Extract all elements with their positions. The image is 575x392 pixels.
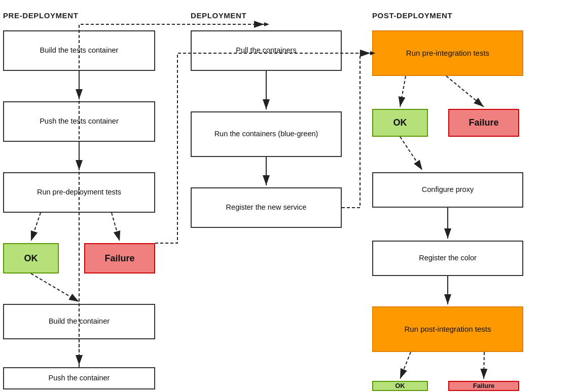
run-pre-integration-box: Run pre-integration tests [372, 30, 523, 76]
failure-pre-box: Failure [84, 243, 155, 273]
deployment-title: DEPLOYMENT [191, 11, 246, 20]
arrow-push-to-pull-head [264, 22, 269, 26]
configure-proxy-box: Configure proxy [372, 172, 523, 208]
arrow-post-int-to-ok2 [400, 352, 411, 379]
failure-post1-box: Failure [448, 109, 519, 137]
failure-post2-box: Failure [448, 381, 519, 391]
pre-deployment-title: PRE-DEPLOYMENT [3, 11, 78, 20]
arrow-pre-int-to-fail1 [446, 76, 484, 107]
run-post-integration-box: Run post-integration tests [372, 306, 523, 352]
register-color-box: Register the color [372, 241, 523, 276]
register-service-box: Register the new service [191, 187, 342, 228]
diagram: PRE-DEPLOYMENT DEPLOYMENT POST-DEPLOYMEN… [0, 0, 575, 392]
push-container-box: Push the container [3, 367, 155, 389]
arrow-register-to-preintegration [342, 53, 370, 208]
arrow-post-int-to-fail2 [484, 352, 484, 379]
push-tests-box: Push the tests container [3, 101, 155, 142]
arrow-run-pre-to-failure [112, 213, 120, 241]
run-containers-box: Run the containers (blue-green) [191, 111, 342, 157]
arrow-ok1-to-configure [400, 137, 422, 170]
build-container-box: Build the container [3, 304, 155, 339]
post-deployment-title: POST-DEPLOYMENT [372, 11, 452, 20]
arrow-ok-pre-to-build [31, 273, 79, 302]
pull-containers-box: Pull the containers [191, 30, 342, 71]
build-tests-box: Build the tests container [3, 30, 155, 71]
ok-post2-box: OK [372, 381, 428, 391]
arrow-run-pre-to-ok [31, 213, 41, 241]
ok-pre-box: OK [3, 243, 59, 273]
ok-post1-box: OK [372, 109, 428, 137]
run-pre-tests-box: Run pre-deployment tests [3, 172, 155, 213]
arrow-pre-int-to-ok1 [400, 76, 406, 107]
